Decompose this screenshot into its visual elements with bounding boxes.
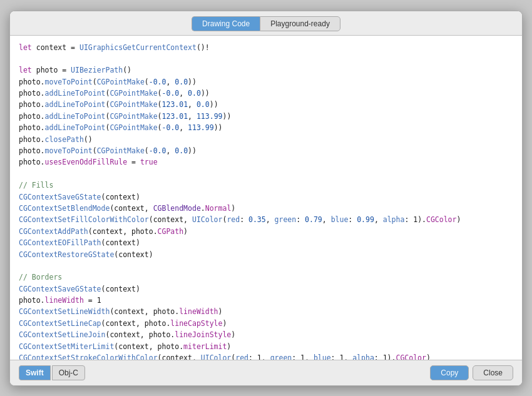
language-buttons: Swift Obj-C bbox=[19, 365, 85, 380]
footer-bar: Swift Obj-C Copy Close bbox=[10, 360, 522, 385]
copy-button[interactable]: Copy bbox=[430, 365, 469, 380]
action-buttons: Copy Close bbox=[430, 365, 513, 380]
lang-swift-button[interactable]: Swift bbox=[19, 365, 51, 380]
code-area: let context = UIGraphicsGetCurrentContex… bbox=[10, 36, 522, 360]
tab-playground-ready[interactable]: Playground-ready bbox=[260, 16, 340, 31]
main-window: Drawing Code Playground-ready let contex… bbox=[9, 11, 523, 386]
tab-drawing-code[interactable]: Drawing Code bbox=[192, 16, 260, 31]
close-button[interactable]: Close bbox=[473, 365, 513, 380]
tab-bar: Drawing Code Playground-ready bbox=[10, 11, 522, 36]
lang-objc-button[interactable]: Obj-C bbox=[52, 365, 85, 380]
